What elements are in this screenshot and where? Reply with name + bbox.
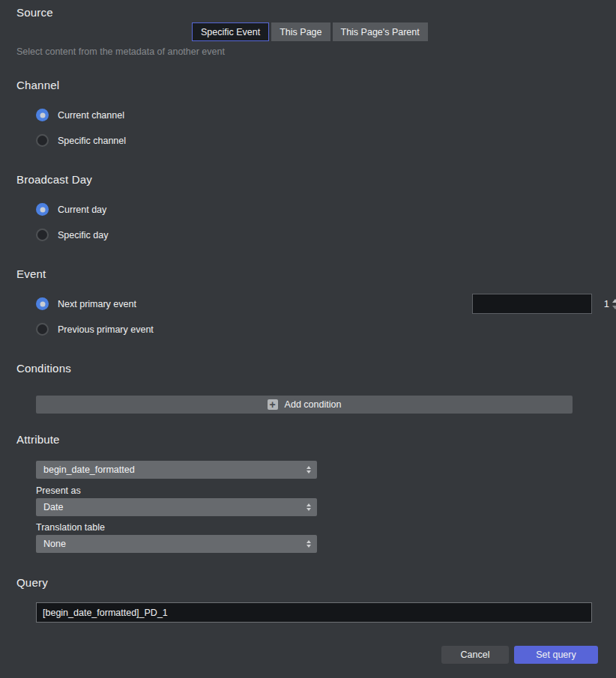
radio-label: Specific channel — [58, 136, 126, 146]
channel-section-title: Channel — [16, 79, 59, 91]
radio-selected-icon[interactable] — [36, 109, 49, 121]
translation-table-select-value: None — [43, 539, 307, 549]
radio-unselected-icon[interactable] — [36, 134, 49, 147]
radio-label: Previous primary event — [58, 324, 154, 335]
source-description: Select content from the metadata of anot… — [16, 46, 225, 57]
radio-previous-primary-event[interactable]: Previous primary event — [36, 323, 154, 336]
query-section-title: Query — [16, 576, 48, 589]
tab-this-pages-parent[interactable]: This Page's Parent — [333, 22, 428, 41]
present-as-label: Present as — [36, 485, 81, 496]
event-offset-field — [472, 294, 592, 314]
add-condition-label: Add condition — [285, 399, 342, 410]
attribute-select-value: begin_date_formatted — [43, 464, 307, 475]
plus-icon: + — [268, 399, 278, 410]
spinner-up-icon[interactable] — [612, 299, 616, 303]
radio-label: Specific day — [58, 230, 108, 240]
tab-this-page[interactable]: This Page — [271, 22, 330, 41]
broadcast-day-section-title: Broadcast Day — [16, 173, 92, 186]
dropdown-arrows-icon — [307, 540, 311, 548]
radio-unselected-icon[interactable] — [36, 228, 49, 241]
attribute-select[interactable]: begin_date_formatted — [36, 461, 317, 479]
cancel-button[interactable]: Cancel — [441, 646, 509, 664]
radio-label: Current channel — [58, 110, 124, 121]
event-offset-spinner — [612, 294, 616, 313]
set-query-button[interactable]: Set query — [514, 646, 598, 664]
radio-selected-icon[interactable] — [36, 203, 49, 216]
dropdown-arrows-icon — [307, 503, 311, 511]
radio-next-primary-event[interactable]: Next primary event — [36, 297, 136, 310]
radio-current-channel[interactable]: Current channel — [36, 109, 124, 121]
radio-label: Current day — [58, 205, 106, 215]
conditions-section-title: Conditions — [16, 362, 71, 375]
translation-table-label: Translation table — [36, 522, 105, 533]
spinner-down-icon[interactable] — [612, 306, 616, 309]
event-offset-input[interactable] — [473, 294, 612, 313]
query-input[interactable] — [36, 602, 592, 623]
tab-specific-event[interactable]: Specific Event — [192, 22, 269, 41]
translation-table-select[interactable]: None — [36, 535, 317, 553]
dropdown-arrows-icon — [307, 466, 311, 473]
event-section-title: Event — [16, 267, 46, 280]
radio-specific-channel[interactable]: Specific channel — [36, 134, 126, 147]
radio-specific-day[interactable]: Specific day — [36, 228, 108, 241]
radio-unselected-icon[interactable] — [36, 323, 49, 336]
source-tab-bar: Specific Event This Page This Page's Par… — [192, 22, 428, 41]
metadata-source-dialog: Source Specific Event This Page This Pag… — [0, 0, 616, 678]
present-as-select[interactable]: Date — [36, 498, 317, 516]
source-section-title: Source — [16, 6, 53, 19]
radio-current-day[interactable]: Current day — [36, 203, 106, 216]
present-as-select-value: Date — [43, 502, 307, 512]
radio-selected-icon[interactable] — [36, 297, 49, 310]
attribute-section-title: Attribute — [16, 433, 60, 446]
radio-label: Next primary event — [58, 299, 136, 309]
add-condition-button[interactable]: + Add condition — [36, 396, 573, 414]
